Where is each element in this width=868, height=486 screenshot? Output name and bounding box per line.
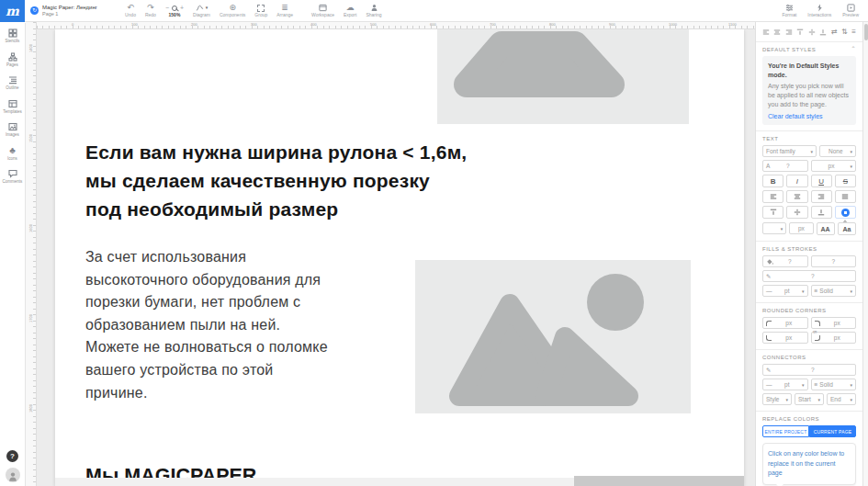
align-center-icon[interactable] (773, 28, 781, 36)
align-bottom-icon[interactable] (819, 28, 827, 36)
section-paragraph[interactable]: За счет использования высокоточного обор… (85, 246, 328, 404)
fills-strokes-header[interactable]: FILLS & STROKES (756, 241, 862, 252)
zoom-in-icon[interactable]: + (180, 5, 184, 11)
zoom-level[interactable]: 150% (169, 13, 181, 17)
preview-button[interactable]: Preview (842, 4, 859, 17)
text-align-center-button[interactable] (786, 190, 807, 203)
connector-style-select[interactable]: ≡ Solid ▾ (811, 379, 857, 390)
arrange-button[interactable]: ≣ Arrange (276, 4, 293, 17)
sidebar-item-images[interactable]: Images (0, 122, 25, 138)
group-button[interactable]: Group (254, 4, 267, 17)
fill-color-field[interactable]: ? (762, 255, 808, 267)
corner-top-left-field[interactable]: px (762, 317, 808, 329)
text-align-right-button[interactable] (811, 190, 832, 203)
valign-bottom-button[interactable] (811, 206, 832, 219)
chevron-down-icon[interactable]: ▾ (206, 6, 209, 10)
align-right-icon[interactable] (785, 28, 793, 36)
text-align-justify-button[interactable] (835, 190, 856, 203)
design-page[interactable]: Если вам нужна ширина рулона < 1,6м, мы … (55, 29, 744, 486)
zoom-out-icon[interactable]: − (165, 5, 169, 11)
capitalize-button[interactable]: Aa (838, 222, 856, 235)
gear-icon (841, 209, 850, 217)
valign-top-button[interactable] (762, 206, 783, 219)
default-styles-header[interactable]: DEFAULT STYLES ⌃ (756, 41, 862, 52)
collapse-icon[interactable]: ⌃ (851, 45, 856, 51)
stroke-style-select[interactable]: ≡ Solid ▾ (811, 285, 857, 297)
diagram-button[interactable]: ▾ Diagram (193, 4, 210, 17)
rounded-corners-header[interactable]: ROUNDED CORNERS (756, 302, 862, 313)
section-heading[interactable]: Если вам нужна ширина рулона < 1,6м, мы … (85, 138, 467, 223)
connectors-header[interactable]: CONNECTORS (756, 349, 862, 360)
line-height-select[interactable]: ▾ (762, 222, 786, 234)
workspace-button[interactable]: Workspace (311, 4, 334, 17)
text-align-left-button[interactable] (762, 190, 783, 203)
sidebar-item-icons[interactable]: ♣Icons (0, 146, 25, 162)
help-button[interactable]: ? (6, 450, 18, 462)
bold-button[interactable]: B (762, 175, 783, 187)
sidebar-item-outline[interactable]: Outline (0, 75, 25, 91)
page-name[interactable]: Page 1 (42, 11, 97, 17)
text-section-header[interactable]: TEXT (756, 130, 862, 141)
entire-project-button[interactable]: ENTIRE PROJECT (762, 425, 809, 437)
align-left-icon[interactable] (762, 28, 770, 36)
sync-status-icon[interactable]: ↻ (30, 6, 39, 15)
export-button[interactable]: ☁ Export (344, 4, 356, 17)
image-placeholder-main[interactable] (415, 260, 691, 413)
connector-line-style-select[interactable]: Style ▾ (762, 393, 792, 405)
italic-button[interactable]: I (786, 175, 807, 187)
interactions-button[interactable]: Interactions (807, 4, 831, 17)
clear-default-styles-link[interactable]: Clear default styles (768, 113, 851, 119)
stroke-color-field[interactable]: ✎ ? (762, 270, 856, 282)
chevron-down-icon: ▾ (850, 397, 852, 402)
format-button[interactable]: Format (783, 4, 797, 17)
current-page-button[interactable]: CURRENT PAGE (809, 425, 856, 437)
connector-end-select[interactable]: End ▾ (827, 393, 856, 405)
scrollbar-thumb[interactable] (864, 24, 868, 40)
align-middle-icon[interactable] (808, 28, 816, 36)
stroke-width-select[interactable]: —pt ▾ (762, 285, 808, 297)
strikethrough-button[interactable]: S (835, 175, 856, 187)
panel-scrollbar[interactable] (862, 22, 868, 486)
align-top-icon[interactable] (796, 28, 804, 36)
flip-horizontal-icon[interactable]: ⇄ (831, 28, 838, 36)
sidebar-item-comments[interactable]: Comments (0, 169, 25, 185)
font-family-select[interactable]: Font family ▾ (762, 145, 817, 157)
uppercase-button[interactable]: AA (817, 222, 835, 235)
sidebar-item-stencils[interactable]: Stencils (0, 28, 25, 44)
font-size-select[interactable]: px ▾ (811, 160, 857, 172)
font-effect-select[interactable]: None ▾ (819, 145, 856, 157)
font-color-field[interactable]: A ? (762, 160, 808, 172)
undo-button[interactable]: ↶ Undo (125, 4, 136, 17)
more-icon[interactable]: ≡ (851, 28, 856, 36)
corner-bottom-right-field[interactable]: px (811, 332, 857, 344)
pencil-icon: ✎ (766, 367, 771, 374)
chevron-down-icon: ▾ (811, 149, 814, 154)
replace-colors-header[interactable]: REPLACE COLORS (756, 411, 862, 422)
zoom-control[interactable]: − + 150% (165, 4, 184, 17)
sidebar-item-templates[interactable]: Templates (0, 99, 25, 115)
sharing-button[interactable]: Sharing (366, 4, 381, 17)
letter-spacing-field[interactable]: px (789, 222, 813, 234)
fill-opacity-field[interactable]: ? (811, 255, 857, 267)
connector-start-select[interactable]: Start ▾ (795, 393, 824, 405)
avatar[interactable] (6, 468, 20, 482)
valign-middle-button[interactable] (786, 206, 807, 219)
connector-color-field[interactable]: ✎ ? (762, 364, 856, 376)
redo-button[interactable]: ↷ Redo (145, 4, 156, 17)
text-settings-button[interactable] (835, 206, 856, 219)
moqups-logo[interactable]: m (0, 0, 25, 22)
corner-bottom-left-field[interactable]: px (762, 332, 808, 344)
next-image-placeholder[interactable] (574, 476, 744, 486)
underline-button[interactable]: U (811, 175, 832, 187)
corner-top-right-field[interactable]: px (811, 317, 857, 329)
undo-icon: ↶ (127, 4, 134, 12)
sidebar-item-pages[interactable]: Pages (0, 52, 25, 68)
flip-vertical-icon[interactable]: ⇅ (841, 28, 848, 36)
image-placeholder-top[interactable] (437, 29, 689, 124)
canvas-area[interactable]: Если вам нужна ширина рулона < 1,6м, мы … (26, 22, 755, 486)
project-title[interactable]: Magic Paper: Лендинг (42, 5, 97, 11)
connector-width-select[interactable]: —pt ▾ (762, 379, 808, 390)
components-button[interactable]: ⊛ Components (220, 4, 245, 17)
link-corners-icon[interactable]: ∞ (813, 329, 817, 334)
corner-bl-icon (766, 335, 772, 341)
